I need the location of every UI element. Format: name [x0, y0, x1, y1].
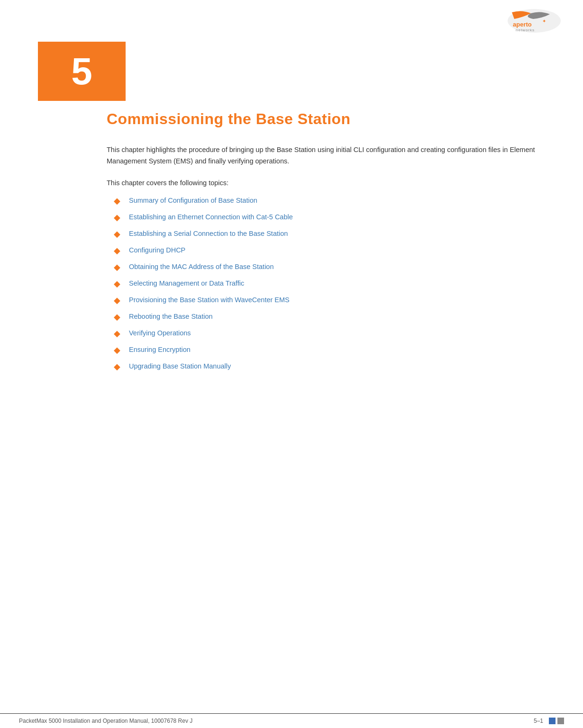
bullet-icon: ◆: [114, 261, 120, 274]
intro-paragraph2: This chapter covers the following topics…: [107, 178, 555, 189]
list-item: ◆ Selecting Management or Data Traffic: [114, 279, 555, 290]
footer-left-text: PacketMax 5000 Installation and Operatio…: [19, 718, 192, 724]
bullet-icon: ◆: [114, 294, 120, 307]
logo-container: aperto ✦ networks: [507, 9, 564, 35]
toc-link[interactable]: Ensuring Encryption: [129, 345, 191, 355]
toc-list: ◆ Summary of Configuration of Base Stati…: [114, 196, 555, 373]
page-container: aperto ✦ networks 5 Commissioning the Ba…: [0, 0, 583, 728]
list-item: ◆ Configuring DHCP: [114, 245, 555, 257]
bullet-icon: ◆: [114, 211, 120, 224]
bullet-icon: ◆: [114, 344, 120, 357]
footer-right: 5–1: [534, 718, 564, 724]
intro-paragraph1: This chapter highlights the procedure of…: [107, 144, 555, 167]
bullet-icon: ◆: [114, 311, 120, 324]
list-item: ◆ Summary of Configuration of Base Stati…: [114, 196, 555, 207]
footer-square-blue: [549, 718, 556, 724]
bullet-icon: ◆: [114, 278, 120, 290]
toc-link[interactable]: Selecting Management or Data Traffic: [129, 279, 244, 289]
bullet-icon: ◆: [114, 327, 120, 340]
bullet-icon: ◆: [114, 360, 120, 373]
page-title: Commissioning the Base Station: [107, 110, 555, 128]
list-item: ◆ Obtaining the MAC Address of the Base …: [114, 262, 555, 274]
toc-link[interactable]: Establishing an Ethernet Connection with…: [129, 212, 293, 223]
toc-link[interactable]: Obtaining the MAC Address of the Base St…: [129, 262, 273, 272]
bullet-icon: ◆: [114, 195, 120, 207]
bullet-icon: ◆: [114, 228, 120, 241]
list-item: ◆ Provisioning the Base Station with Wav…: [114, 295, 555, 307]
chapter-box: 5: [38, 42, 126, 101]
toc-link[interactable]: Configuring DHCP: [129, 245, 185, 256]
toc-link[interactable]: Rebooting the Base Station: [129, 312, 213, 322]
list-item: ◆ Ensuring Encryption: [114, 345, 555, 357]
toc-link[interactable]: Provisioning the Base Station with WaveC…: [129, 295, 290, 306]
aperto-logo: aperto ✦ networks: [507, 9, 562, 33]
footer-squares: [549, 718, 564, 724]
svg-text:✦: ✦: [542, 18, 546, 24]
bullet-icon: ◆: [114, 244, 120, 257]
toc-link[interactable]: Verifying Operations: [129, 328, 191, 339]
svg-text:aperto: aperto: [513, 21, 532, 28]
list-item: ◆ Upgrading Base Station Manually: [114, 361, 555, 373]
footer: PacketMax 5000 Installation and Operatio…: [0, 713, 583, 728]
svg-text:networks: networks: [516, 28, 535, 32]
footer-page-number: 5–1: [534, 718, 543, 724]
toc-link[interactable]: Summary of Configuration of Base Station: [129, 196, 257, 206]
footer-square-gray: [557, 718, 564, 724]
toc-link[interactable]: Establishing a Serial Connection to the …: [129, 229, 288, 239]
list-item: ◆ Establishing a Serial Connection to th…: [114, 229, 555, 241]
list-item: ◆ Establishing an Ethernet Connection wi…: [114, 212, 555, 224]
chapter-number: 5: [71, 50, 92, 93]
toc-link[interactable]: Upgrading Base Station Manually: [129, 361, 231, 372]
list-item: ◆ Rebooting the Base Station: [114, 312, 555, 324]
content-area: Commissioning the Base Station This chap…: [107, 110, 555, 373]
list-item: ◆ Verifying Operations: [114, 328, 555, 340]
header: aperto ✦ networks: [0, 0, 583, 35]
